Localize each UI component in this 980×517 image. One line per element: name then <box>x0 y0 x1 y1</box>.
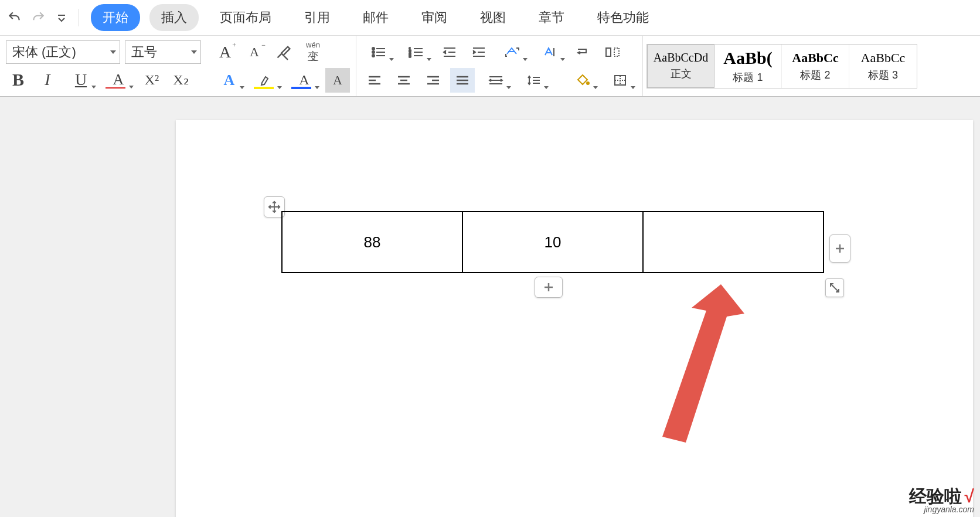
font-size-value: 五号 <box>131 43 157 61</box>
styles-group: AaBbCcDd正文AaBb(标题 1AaBbCc标题 2AaBbCc标题 3 <box>643 36 921 96</box>
distribute-text-button[interactable] <box>479 68 512 93</box>
style-item-3[interactable]: AaBbCc标题 3 <box>849 45 917 88</box>
svg-rect-23 <box>614 48 619 56</box>
table-cell[interactable] <box>643 212 824 273</box>
tab-8[interactable]: 特色功能 <box>586 4 661 31</box>
style-name: 标题 3 <box>868 68 898 82</box>
add-row-button[interactable] <box>535 277 563 298</box>
font-size-select[interactable]: 五号 <box>125 40 201 64</box>
paragraph-group: 123 <box>356 36 642 96</box>
grow-font-label: A <box>219 43 231 62</box>
menu-separator <box>79 9 79 26</box>
tab-5[interactable]: 审阅 <box>410 4 459 31</box>
menu-bar: 开始插入页面布局引用邮件审阅视图章节特色功能 <box>0 0 980 35</box>
tab-6[interactable]: 视图 <box>468 4 518 31</box>
align-center-button[interactable] <box>392 68 416 93</box>
undo-button[interactable] <box>5 8 25 28</box>
svg-point-1 <box>372 47 375 50</box>
font-name-select[interactable]: 宋体 (正文) <box>6 40 120 64</box>
style-item-2[interactable]: AaBbCc标题 2 <box>782 45 849 88</box>
tab-0[interactable]: 开始 <box>91 4 140 31</box>
tab-2[interactable]: 页面布局 <box>208 4 283 31</box>
font-color-button[interactable]: A <box>288 68 321 93</box>
style-name: 正文 <box>671 67 692 81</box>
document-table[interactable]: 88 10 <box>281 211 824 273</box>
table-cell[interactable]: 10 <box>462 212 643 273</box>
redo-button[interactable] <box>28 8 48 28</box>
char-shading-button[interactable]: A <box>325 68 350 93</box>
document-area: 88 10 <box>0 97 980 517</box>
font-effects-group: A+ A− wén 变 A <box>207 36 356 96</box>
add-column-button[interactable] <box>829 234 850 263</box>
quick-access-dropdown[interactable] <box>52 8 72 28</box>
numbering-button[interactable]: 123 <box>400 40 433 64</box>
underline-button[interactable]: U <box>64 67 97 92</box>
highlight-button[interactable] <box>250 68 283 93</box>
watermark-url: jingyanla.com <box>909 505 974 513</box>
borders-button[interactable] <box>604 68 637 93</box>
font-group: 宋体 (正文) 五号 B I U A X² X₂ <box>0 36 207 96</box>
style-preview: AaBb( <box>723 48 772 68</box>
svg-line-51 <box>831 284 838 291</box>
increase-indent-button[interactable] <box>467 40 491 64</box>
chevron-down-icon <box>110 50 116 54</box>
table-row[interactable]: 88 10 <box>282 212 824 273</box>
phonetic-pinyin: wén <box>306 40 320 49</box>
style-preview: AaBbCcDd <box>654 51 708 64</box>
style-item-1[interactable]: AaBb(标题 1 <box>714 45 782 88</box>
decrease-indent-button[interactable] <box>437 40 462 64</box>
tab-7[interactable]: 章节 <box>527 4 576 31</box>
svg-marker-52 <box>662 284 744 443</box>
italic-button[interactable]: I <box>35 67 60 92</box>
phonetic-guide-button[interactable]: wén 变 <box>301 40 325 64</box>
align-right-button[interactable] <box>421 68 445 93</box>
align-left-button[interactable] <box>362 68 387 93</box>
grow-font-button[interactable]: A+ <box>213 40 237 64</box>
text-effects-button[interactable]: A <box>213 68 246 93</box>
svg-point-43 <box>587 82 589 84</box>
style-name: 标题 1 <box>733 70 763 84</box>
text-direction-button[interactable] <box>496 40 529 64</box>
chevron-down-icon <box>191 50 197 54</box>
asian-layout-button[interactable] <box>533 40 566 64</box>
svg-point-3 <box>372 51 375 53</box>
svg-rect-22 <box>606 48 611 56</box>
styles-gallery: AaBbCcDd正文AaBb(标题 1AaBbCc标题 2AaBbCc标题 3 <box>646 44 917 89</box>
shrink-font-label: A <box>250 45 259 60</box>
font-name-value: 宋体 (正文) <box>12 43 76 61</box>
emphasis-button[interactable]: A <box>102 67 135 92</box>
style-preview: AaBbCc <box>861 50 906 66</box>
align-justify-button[interactable] <box>450 68 475 93</box>
bold-button[interactable]: B <box>6 67 30 92</box>
subscript-button[interactable]: X₂ <box>169 67 193 92</box>
style-preview: AaBbCc <box>792 50 838 66</box>
shrink-font-button[interactable]: A− <box>242 40 267 64</box>
svg-point-5 <box>372 55 375 57</box>
style-item-0[interactable]: AaBbCcDd正文 <box>647 45 714 88</box>
bullets-button[interactable] <box>362 40 395 64</box>
style-name: 标题 2 <box>800 68 830 82</box>
annotation-arrow <box>621 284 750 448</box>
superscript-button[interactable]: X² <box>139 67 164 92</box>
watermark-check-icon: √ <box>965 487 974 506</box>
emphasis-label: A <box>113 71 124 89</box>
char-spacing-button[interactable] <box>600 40 625 64</box>
clear-format-button[interactable] <box>271 40 296 64</box>
ribbon: 宋体 (正文) 五号 B I U A X² X₂ <box>0 35 980 97</box>
watermark: 经验啦 √ jingyanla.com <box>909 488 974 513</box>
document-page[interactable]: 88 10 <box>176 120 973 517</box>
table-cell[interactable]: 88 <box>282 212 462 273</box>
tab-4[interactable]: 邮件 <box>351 4 400 31</box>
table-resize-handle[interactable] <box>825 278 844 297</box>
tab-3[interactable]: 引用 <box>292 4 342 31</box>
shading-button[interactable] <box>566 68 599 93</box>
underline-label: U <box>75 70 87 89</box>
line-break-button[interactable] <box>571 40 596 64</box>
tab-1[interactable]: 插入 <box>149 4 199 31</box>
line-spacing-button[interactable] <box>517 68 550 93</box>
watermark-text: 经验啦 <box>909 487 962 506</box>
phonetic-char: 变 <box>308 49 318 63</box>
svg-text:3: 3 <box>409 53 411 59</box>
